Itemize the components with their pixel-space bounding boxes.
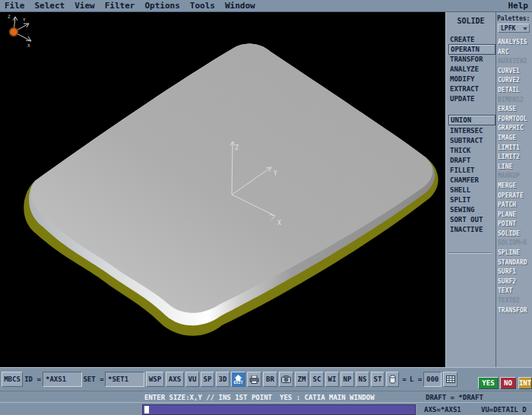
solide-item-union[interactable]: UNION [448,115,496,125]
palette-item-solidm: SOLIDM>E [498,239,532,249]
palette-item-dimens2: DIMENS2 [498,96,532,106]
wsp-button[interactable]: WSP [146,372,164,387]
solide-item-shell[interactable]: SHELL [448,185,494,195]
catia-window: File Select View Filter Options Tools Wi… [0,0,532,415]
grid-button[interactable] [443,372,458,387]
solide-item-inactive[interactable]: INACTIVE [448,225,494,234]
solide-item-subtract[interactable]: SUBTRACT [448,136,494,145]
solide-item-create[interactable]: CREATE [448,35,494,44]
palette-item-image[interactable]: IMAGE [498,134,532,144]
solide-item-operatn[interactable]: OPERATN [448,44,496,55]
axs-button[interactable]: AXS [166,372,184,387]
solide-item-thick[interactable]: THICK [448,146,494,155]
palette-item-line[interactable]: LINE [498,163,532,173]
palette-item-merge[interactable]: MERGE [498,182,532,192]
solide-item-draft[interactable]: DRAFT [448,156,494,165]
solide-item-extract[interactable]: EXTRACT [448,84,494,93]
vu-button[interactable]: VU [185,372,199,387]
wi-button[interactable]: WI [325,372,339,387]
menu-select[interactable]: Select [35,1,65,11]
np-button[interactable]: NP [340,372,354,387]
palette-item-operate[interactable]: OPERATE [498,192,532,201]
camera-icon [281,375,291,383]
palette-item-graphic[interactable]: GRAPHIC [498,124,532,134]
palette-item-formtool[interactable]: FORMTOOL [498,115,532,125]
solide-item-chamfer[interactable]: CHAMFER [448,176,494,185]
menu-bar: File Select View Filter Options Tools Wi… [0,0,532,12]
palette-selector-value: LPFK [501,25,515,32]
axis-label-y: Y [274,170,277,177]
palette-item-analysis[interactable]: ANALYSIS [498,38,532,48]
cylinder-icon [389,375,396,384]
layer-value-field[interactable]: 000 [423,372,442,387]
layer-filter-button[interactable] [386,372,399,387]
palette-item-auxview2: AUXVIEW2 [498,57,532,67]
prompt-message: ENTER SIZE:X,Y // INS 1ST POINT [144,394,272,401]
set-value-field[interactable]: *SET1 [105,372,144,387]
solide-item-analyze[interactable]: ANALYZE [448,65,494,74]
window-message: YES : CATIA MAIN WINDOW [280,394,375,401]
capture-button[interactable] [279,372,293,387]
3d-button[interactable]: 3D [216,372,230,387]
palette-item-standard[interactable]: STANDARD [498,258,532,268]
palette-item-solide[interactable]: SOLIDE [498,230,532,239]
solide-item-modify[interactable]: MODIFY [448,74,494,84]
solide-item-sort-out[interactable]: SORT OUT [448,215,494,224]
axs-status: AXS=*AXS1 [424,406,461,413]
yes-button[interactable]: YES [478,377,499,389]
solide-item-sewing[interactable]: SEWING [448,205,494,214]
palette-item-patch[interactable]: PATCH [498,201,532,211]
int-button[interactable]: INT [518,377,532,389]
menu-filter[interactable]: Filter [105,1,135,11]
command-bar: AXS=*AXS1 VU=DETAIL D [0,402,532,415]
viewport-canvas: Z Y X Z Y X [0,12,445,367]
exit-button-label: EXIT [233,381,242,385]
id-value-field[interactable]: *AXS1 [43,372,82,387]
menu-view[interactable]: View [74,1,95,11]
palette-item-detail[interactable]: DETAIL [498,86,532,96]
viewport-3d[interactable]: Z Y X Z Y X [0,12,445,367]
solide-item-transfor[interactable]: TRANSFOR [448,55,494,64]
chevron-down-icon [523,27,527,30]
command-input[interactable] [142,404,416,415]
layer-label: L = [410,372,422,387]
menu-file[interactable]: File [5,1,25,11]
palette-item-curve2[interactable]: CURVE2 [498,76,532,86]
menu-help[interactable]: Help [508,1,532,11]
mbcs-button[interactable]: MBCS [2,372,23,387]
solide-item-fillet[interactable]: FILLET [448,166,494,175]
zm-button[interactable]: ZM [295,372,309,387]
id-label: ID = [24,372,41,387]
menu-window[interactable]: Window [225,1,255,11]
solide-panel: SOLIDE CREATE OPERATN TRANSFOR ANALYZE M… [445,12,496,367]
palette-item-curve1[interactable]: CURVE1 [498,67,532,77]
sc-button[interactable]: SC [310,372,324,387]
solide-item-update[interactable]: UPDATE [448,94,494,103]
palette-item-surf2[interactable]: SURF2 [498,277,532,287]
palette-selector-dropdown[interactable]: LPFK [498,24,530,33]
no-button[interactable]: NO [500,377,516,389]
sp-button[interactable]: SP [201,372,214,387]
palette-item-transfor[interactable]: TRANSFOR [498,306,532,316]
palette-item-surf1[interactable]: SURF1 [498,268,532,277]
solid-part[interactable] [24,44,438,336]
equals-button[interactable]: = [401,372,408,387]
st-button[interactable]: ST [371,372,385,387]
palette-item-plane[interactable]: PLANE [498,211,532,220]
palette-item-text[interactable]: TEXT [498,287,532,296]
ns-button[interactable]: NS [356,372,369,387]
solide-item-intersec[interactable]: INTERSEC [448,126,494,135]
menu-tools[interactable]: Tools [190,1,215,11]
br-button[interactable]: BR [263,372,277,387]
palette-item-limit2[interactable]: LIMIT2 [498,153,532,163]
solide-item-split[interactable]: SPLIT [448,195,494,204]
palette-item-point[interactable]: POINT [498,220,532,230]
palette-item-erase[interactable]: ERASE [498,105,532,115]
palette-item-limit1[interactable]: LIMIT1 [498,144,532,154]
print-button[interactable] [247,372,261,387]
exit-button[interactable]: EXIT [231,372,245,387]
palette-item-spline[interactable]: SPLINE [498,249,532,258]
palette-item-arc[interactable]: ARC [498,48,532,58]
origin-label-x: X [27,43,30,48]
menu-options[interactable]: Options [145,1,180,11]
